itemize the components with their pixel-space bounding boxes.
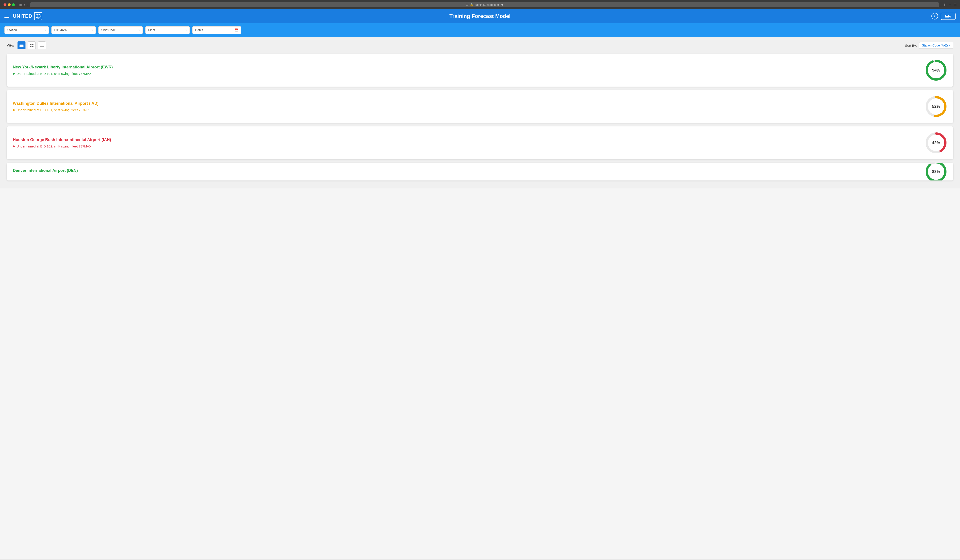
url-text: training.united.com	[475, 3, 499, 6]
new-tab-button[interactable]: +	[949, 3, 951, 7]
fleet-filter-label: Fleet	[148, 28, 186, 32]
bid-area-filter-label: BID Area	[54, 28, 91, 32]
app: UNITED Training Forecast Model i Info	[0, 9, 960, 559]
donut-percent-label: 42%	[932, 140, 940, 145]
sidebar-toggle-button[interactable]: ⊞	[19, 3, 22, 6]
svg-rect-10	[30, 46, 32, 47]
forward-button[interactable]: ›	[27, 3, 28, 6]
dates-filter-label: Dates	[195, 28, 234, 32]
united-logo: UNITED	[13, 12, 42, 20]
address-bar[interactable]: 🛡 🔒 training.united.com ↺	[30, 2, 939, 7]
card-title: Denver International Airport (DEN)	[13, 168, 920, 173]
svg-rect-11	[32, 46, 34, 47]
svg-rect-15	[40, 46, 44, 47]
nav-right: i Info	[931, 13, 956, 20]
card-content: Houston George Bush Intercontinental Air…	[13, 137, 920, 148]
card-title: New York/Newark Liberty International Ai…	[13, 65, 920, 70]
card-bullet: Undertrained at BID 101, shift swing, fl…	[13, 72, 920, 75]
sort-right: Sort By: Station Code (A-Z) ▾	[905, 42, 954, 49]
info-button[interactable]: Info	[941, 13, 956, 20]
svg-rect-13	[40, 45, 44, 45]
sort-select[interactable]: Station Code (A-Z) ▾	[919, 42, 954, 49]
sort-value: Station Code (A-Z)	[922, 44, 948, 47]
svg-rect-12	[40, 44, 44, 44]
station-card[interactable]: New York/Newark Liberty International Ai…	[6, 54, 954, 86]
main-content: View:	[0, 37, 960, 188]
calendar-icon: 📅	[234, 28, 238, 32]
page-title: Training Forecast Model	[450, 13, 510, 19]
svg-rect-9	[32, 44, 34, 45]
view-list-button[interactable]	[18, 41, 26, 49]
donut-percent-label: 88%	[932, 169, 940, 174]
station-cards-container: New York/Newark Liberty International Ai…	[6, 54, 954, 180]
station-card[interactable]: Washington Dulles International Airport …	[6, 90, 954, 123]
dates-filter[interactable]: Dates 📅	[192, 26, 241, 34]
shift-code-dropdown-icon: ▾	[139, 29, 140, 32]
card-bullet: Undertrained at BID 101, shift swing, fl…	[13, 108, 920, 112]
browser-actions: ⬆ + ⊞	[943, 3, 957, 7]
maximize-dot[interactable]	[12, 3, 15, 6]
view-grid-button[interactable]	[28, 41, 36, 49]
browser-controls: ⊞ ‹ ›	[19, 3, 27, 6]
browser-chrome: ⊞ ‹ › 🛡 🔒 training.united.com ↺ ⬆ + ⊞	[0, 0, 960, 9]
bullet-dot	[13, 145, 14, 147]
station-filter-label: Station	[7, 28, 45, 32]
station-card[interactable]: Denver International Airport (DEN) 88%	[6, 163, 954, 180]
share-button[interactable]: ⬆	[943, 3, 946, 7]
info-circle-icon: i	[934, 14, 935, 18]
fleet-dropdown-icon: ▾	[186, 29, 187, 32]
card-title: Washington Dulles International Airport …	[13, 101, 920, 106]
station-card[interactable]: Houston George Bush Intercontinental Air…	[6, 126, 954, 159]
svg-rect-14	[40, 46, 44, 46]
logo-text: UNITED	[13, 13, 32, 19]
back-button[interactable]: ‹	[24, 3, 25, 6]
card-content: New York/Newark Liberty International Ai…	[13, 65, 920, 75]
svg-rect-5	[19, 44, 24, 45]
view-left: View:	[6, 41, 46, 49]
donut-chart: 94%	[925, 59, 947, 81]
card-content: Denver International Airport (DEN)	[13, 168, 920, 175]
top-nav: UNITED Training Forecast Model i Info	[0, 9, 960, 23]
hamburger-menu[interactable]	[5, 14, 9, 18]
card-content: Washington Dulles International Airport …	[13, 101, 920, 112]
nav-left: UNITED	[5, 12, 42, 20]
donut-percent-label: 52%	[932, 104, 940, 109]
close-dot[interactable]	[3, 3, 6, 6]
lock-icon: 🔒	[470, 3, 474, 6]
view-controls: View:	[6, 41, 954, 49]
view-compact-button[interactable]	[38, 41, 46, 49]
fleet-filter[interactable]: Fleet ▾	[146, 26, 190, 34]
view-label: View:	[6, 43, 15, 47]
logo-globe	[34, 12, 42, 20]
bullet-text: Undertrained at BID 102, shift swing, fl…	[16, 144, 93, 148]
bullet-dot	[13, 73, 14, 75]
shield-icon: 🛡	[466, 3, 469, 6]
bullet-text: Undertrained at BID 101, shift swing, fl…	[16, 72, 93, 75]
info-icon-button[interactable]: i	[931, 13, 938, 19]
card-title: Houston George Bush Intercontinental Air…	[13, 137, 920, 142]
bullet-dot	[13, 109, 14, 111]
shift-code-filter-label: Shift Code	[101, 28, 139, 32]
bullet-text: Undertrained at BID 101, shift swing, fl…	[16, 108, 90, 112]
svg-rect-7	[19, 46, 24, 47]
svg-rect-8	[30, 44, 32, 45]
browser-dots	[3, 3, 15, 6]
station-dropdown-icon: ▾	[45, 29, 46, 32]
donut-chart: 42%	[925, 132, 947, 154]
station-filter[interactable]: Station ▾	[5, 26, 49, 34]
grid-button[interactable]: ⊞	[954, 3, 957, 7]
filter-bar: Station ▾ BID Area ▾ Shift Code ▾ Fleet …	[0, 23, 960, 37]
sort-label: Sort By:	[905, 44, 917, 47]
bid-area-dropdown-icon: ▾	[91, 29, 93, 32]
donut-chart: 52%	[925, 96, 947, 118]
svg-rect-6	[19, 45, 24, 46]
sort-dropdown-icon: ▾	[949, 44, 950, 47]
reload-icon[interactable]: ↺	[501, 3, 504, 6]
card-bullet: Undertrained at BID 102, shift swing, fl…	[13, 144, 920, 148]
donut-percent-label: 94%	[932, 68, 940, 73]
bid-area-filter[interactable]: BID Area ▾	[51, 26, 96, 34]
shift-code-filter[interactable]: Shift Code ▾	[98, 26, 143, 34]
minimize-dot[interactable]	[8, 3, 11, 6]
donut-chart: 88%	[925, 163, 947, 180]
